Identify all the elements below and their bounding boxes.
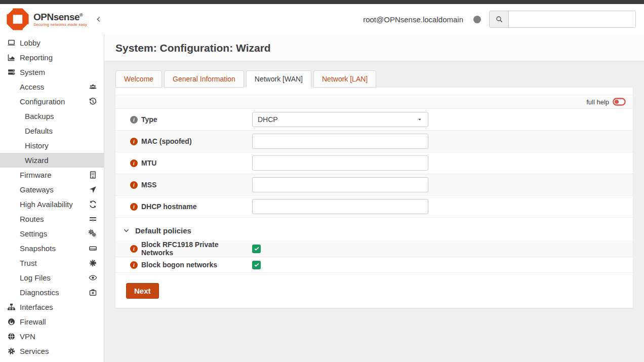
sidebar-item-label: Diagnostics <box>20 288 59 297</box>
full-help-row: full help <box>115 95 633 109</box>
chevron-left-icon <box>95 16 102 23</box>
form-row-type: iTypeDHCP <box>115 109 633 131</box>
sidebar-item-high-availability[interactable]: High Availability <box>0 197 104 212</box>
app-header: OPNsense® Securing networks made easy ro… <box>0 4 644 34</box>
refresh-icon <box>89 200 97 209</box>
search-addon[interactable] <box>490 11 509 27</box>
field-label-text: MSS <box>141 181 156 189</box>
sidebar-item-firewall[interactable]: Firewall <box>0 314 104 329</box>
sidebar-item-trust[interactable]: Trust <box>0 256 104 270</box>
field-label: iBlock RFC1918 Private Networks <box>130 240 252 257</box>
field-label: iBlock bogon networks <box>130 261 252 269</box>
mtu-input[interactable] <box>252 155 428 171</box>
sidebar-item-routes[interactable]: Routes <box>0 212 104 226</box>
sidebar-item-defaults[interactable]: Defaults <box>0 124 104 138</box>
sidebar-item-system[interactable]: System <box>0 65 104 79</box>
sidebar-item-access[interactable]: Access <box>0 79 104 94</box>
tab-general-information[interactable]: General Information <box>164 70 244 88</box>
search-icon <box>495 15 503 23</box>
field-label-text: Block RFC1918 Private Networks <box>141 240 248 257</box>
field-label-text: DHCP hostname <box>141 203 196 211</box>
globe-icon <box>6 332 17 341</box>
form-row-mac-spoofed: iMAC (spoofed) <box>115 131 633 152</box>
page-title-band: System: Configuration: Wizard <box>104 34 644 61</box>
mss-input[interactable] <box>252 177 428 192</box>
dhcp-hostname-input[interactable] <box>252 199 428 214</box>
full-help-toggle[interactable] <box>613 98 626 106</box>
block-bogon-networks-checkbox[interactable] <box>252 261 261 269</box>
info-icon[interactable]: i <box>130 159 138 167</box>
sidebar-item-label: High Availability <box>20 200 73 209</box>
road-icon <box>89 215 97 223</box>
sidebar-item-history[interactable]: History <box>0 138 104 153</box>
sidebar-item-settings[interactable]: Settings <box>0 226 104 241</box>
sidebar-item-wizard[interactable]: Wizard <box>0 153 104 168</box>
sidebar-item-interfaces[interactable]: Interfaces <box>0 300 104 314</box>
field-label-text: Type <box>141 115 157 124</box>
sidebar-item-reporting[interactable]: Reporting <box>0 50 104 65</box>
section-title: Default policies <box>135 226 191 235</box>
selected-value: DHCP <box>258 115 278 124</box>
sidebar-item-configuration[interactable]: Configuration <box>0 94 104 109</box>
opnsense-logo[interactable]: OPNsense® Securing networks made easy <box>6 8 87 31</box>
sidebar-item-label: Interfaces <box>20 303 53 311</box>
sidebar: LobbyReportingSystemAccessConfigurationB… <box>0 34 104 362</box>
form-row-dhcp-hostname: iDHCP hostname <box>115 196 633 218</box>
tab-network-lan[interactable]: Network [LAN] <box>313 70 376 88</box>
sidebar-item-firmware[interactable]: Firmware <box>0 168 104 182</box>
field-label-text: MTU <box>141 159 156 167</box>
status-indicator-dot <box>473 16 481 23</box>
building-icon <box>89 171 97 179</box>
sidebar-item-gateways[interactable]: Gateways <box>0 182 104 197</box>
info-icon[interactable]: i <box>130 245 138 253</box>
laptop-icon <box>6 38 17 47</box>
form-row-mtu: iMTU <box>115 152 633 174</box>
sidebar-item-label: Log Files <box>20 273 51 282</box>
tab-network-wan[interactable]: Network [WAN] <box>246 70 311 88</box>
info-icon[interactable]: i <box>130 181 138 189</box>
type-select[interactable]: DHCP <box>252 112 428 127</box>
top-black-bar <box>0 0 644 4</box>
sidebar-collapse-button[interactable] <box>95 16 102 23</box>
sidebar-item-lobby[interactable]: Lobby <box>0 35 104 50</box>
block-rfc1918-private-networks-checkbox[interactable] <box>252 245 261 253</box>
sidebar-item-label: Gateways <box>20 185 54 194</box>
section-default-policies[interactable]: Default policies <box>115 218 633 240</box>
sidebar-item-label: Wizard <box>25 156 49 165</box>
field-label: iMTU <box>130 159 252 167</box>
sidebar-item-label: Access <box>20 83 44 91</box>
main-area: System: Configuration: Wizard WelcomeGen… <box>104 34 644 362</box>
info-icon[interactable]: i <box>130 138 138 145</box>
wizard-tabs: WelcomeGeneral InformationNetwork [WAN]N… <box>115 70 633 88</box>
sidebar-item-diagnostics[interactable]: Diagnostics <box>0 285 104 300</box>
history-icon <box>89 97 97 106</box>
info-icon[interactable]: i <box>130 203 138 211</box>
sidebar-item-vpn[interactable]: VPN <box>0 329 104 344</box>
tab-welcome[interactable]: Welcome <box>115 70 162 88</box>
chevron-down-icon <box>123 227 130 234</box>
sidebar-item-label: Snapshots <box>20 244 56 253</box>
sidebar-item-log-files[interactable]: Log Files <box>0 270 104 285</box>
location-arrow-icon <box>89 185 97 194</box>
form-row-block-bogon-networks: iBlock bogon networks <box>115 257 633 273</box>
wizard-panel: full help iTypeDHCPiMAC (spoofed)iMTUiMS… <box>115 88 633 308</box>
mac-spoofed-input[interactable] <box>252 134 428 149</box>
sidebar-item-label: System <box>20 68 45 76</box>
info-icon[interactable]: i <box>130 261 138 269</box>
eye-icon <box>89 273 97 282</box>
sitemap-icon <box>6 303 17 311</box>
sidebar-item-label: Reporting <box>20 53 53 62</box>
field-label: iMSS <box>130 181 252 189</box>
hdd-icon <box>89 244 97 253</box>
search-input[interactable] <box>509 11 635 27</box>
logged-in-user: root@OPNsense.localdomain <box>363 15 463 24</box>
sidebar-item-power[interactable]: Power <box>0 358 104 362</box>
info-icon[interactable]: i <box>130 116 138 124</box>
field-label-text: Block bogon networks <box>141 261 217 269</box>
certificate-icon <box>89 259 97 267</box>
form-row-mss: iMSS <box>115 174 633 196</box>
next-button[interactable]: Next <box>126 283 159 299</box>
sidebar-item-snapshots[interactable]: Snapshots <box>0 241 104 256</box>
sidebar-item-backups[interactable]: Backups <box>0 109 104 124</box>
sidebar-item-services[interactable]: Services <box>0 344 104 358</box>
